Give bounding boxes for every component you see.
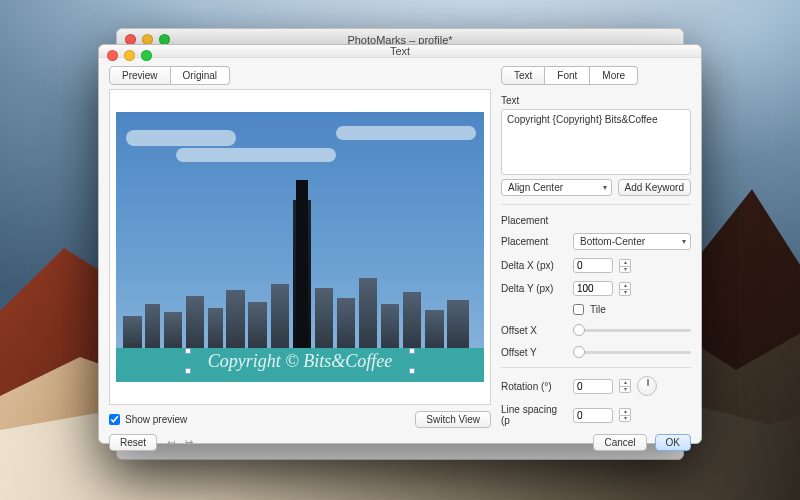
deltax-stepper[interactable]: ▴▾ (619, 259, 631, 273)
rotation-dial[interactable] (637, 376, 657, 396)
rotation-label: Rotation (°) (501, 381, 567, 392)
zoom-icon[interactable] (141, 50, 152, 61)
dialog-titlebar[interactable]: Text (99, 45, 701, 58)
placement-combo-value: Bottom-Center (580, 236, 645, 247)
cancel-button[interactable]: Cancel (593, 434, 646, 451)
watermark-text[interactable]: Copyright © Bits&Coffee (208, 351, 393, 372)
chevron-down-icon: ▾ (603, 183, 607, 192)
placement-combo[interactable]: Bottom-Center ▾ (573, 233, 691, 250)
deltay-input[interactable] (573, 281, 613, 296)
settings-tabs: Text Font More (501, 66, 691, 85)
selection-handle[interactable] (409, 348, 415, 354)
tab-font[interactable]: Font (545, 66, 590, 85)
chevron-down-icon: ▾ (682, 237, 686, 246)
line-spacing-label: Line spacing (p (501, 404, 567, 426)
tab-text[interactable]: Text (501, 66, 545, 85)
offsety-label: Offset Y (501, 347, 567, 358)
tab-more[interactable]: More (590, 66, 638, 85)
align-combo[interactable]: Align Center ▾ (501, 179, 612, 196)
selection-handle[interactable] (409, 368, 415, 374)
switch-view-button[interactable]: Switch View (415, 411, 491, 428)
placement-label: Placement (501, 236, 567, 247)
selection-handle[interactable] (185, 348, 191, 354)
text-input[interactable] (501, 109, 691, 175)
text-section-label: Text (501, 95, 691, 106)
minimize-icon[interactable] (124, 50, 135, 61)
close-icon[interactable] (107, 50, 118, 61)
rotation-input[interactable] (573, 379, 613, 394)
offsetx-label: Offset X (501, 325, 567, 336)
deltay-stepper[interactable]: ▴▾ (619, 282, 631, 296)
tile-checkbox[interactable] (573, 304, 584, 315)
tile-label: Tile (590, 304, 606, 315)
deltax-input[interactable] (573, 258, 613, 273)
traffic-lights (107, 50, 152, 61)
line-spacing-stepper[interactable]: ▴▾ (619, 408, 631, 422)
preview-panel: Preview Original (109, 66, 491, 451)
desktop-wallpaper: PhotoMarks – profile* Text Preview Origi… (0, 0, 800, 500)
undo-arrow-icon[interactable]: ↤ (167, 437, 175, 448)
selection-handle[interactable] (185, 368, 191, 374)
ok-button[interactable]: OK (655, 434, 691, 451)
align-combo-value: Align Center (508, 182, 563, 193)
deltay-label: Delta Y (px) (501, 283, 567, 294)
reset-button[interactable]: Reset (109, 434, 157, 451)
rotation-stepper[interactable]: ▴▾ (619, 379, 631, 393)
line-spacing-input[interactable] (573, 408, 613, 423)
offsety-slider[interactable] (573, 345, 691, 359)
show-preview-label: Show preview (125, 414, 187, 425)
dialog-title: Text (390, 45, 410, 57)
tab-preview[interactable]: Preview (109, 66, 171, 85)
show-preview-checkbox[interactable] (109, 414, 120, 425)
preview-tabs: Preview Original (109, 66, 491, 85)
settings-panel: Text Font More Text Align Center ▾ Add K… (501, 66, 691, 451)
placement-section-label: Placement (501, 215, 691, 226)
redo-arrow-icon[interactable]: ↦ (185, 437, 193, 448)
tab-original[interactable]: Original (171, 66, 230, 85)
deltax-label: Delta X (px) (501, 260, 567, 271)
offsetx-slider[interactable] (573, 323, 691, 337)
preview-image: Copyright © Bits&Coffee (116, 112, 484, 382)
text-dialog: Text Preview Original (98, 44, 702, 444)
preview-canvas[interactable]: Copyright © Bits&Coffee (109, 89, 491, 405)
add-keyword-button[interactable]: Add Keyword (618, 179, 691, 196)
